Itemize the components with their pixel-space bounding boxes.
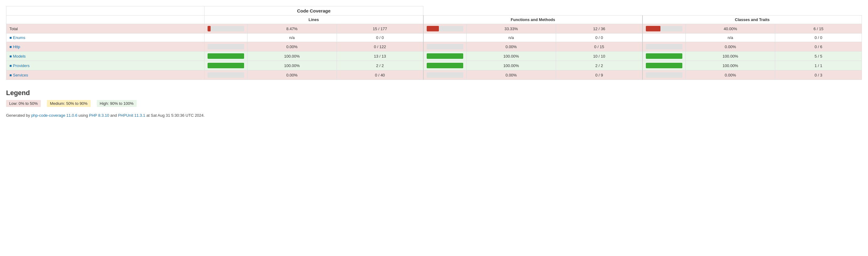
- bar-cell: [204, 52, 247, 61]
- progress-bar-container: [646, 53, 682, 59]
- progress-bar: [208, 26, 211, 31]
- count-cell: 0 / 0: [337, 33, 423, 42]
- phpunit-link[interactable]: PHPUnit 11.3.1: [118, 113, 146, 118]
- pct-cell: 8.47%: [247, 24, 337, 33]
- pct-cell: n/a: [466, 33, 556, 42]
- bar-cell: [643, 33, 686, 42]
- classes-header: Classes and Traits: [643, 16, 862, 24]
- count-cell: 0 / 3: [775, 70, 862, 80]
- progress-bar: [208, 53, 244, 59]
- bar-cell: [643, 42, 686, 52]
- progress-bar: [427, 26, 439, 31]
- progress-bar-container: [208, 53, 244, 59]
- row-name-cell[interactable]: ■ Enums: [6, 33, 205, 42]
- table-row: ■ Enumsn/a0 / 0n/a0 / 0n/a0 / 0: [6, 33, 862, 42]
- count-cell: 0 / 15: [556, 42, 643, 52]
- row-link-services[interactable]: ■ Services: [9, 73, 28, 78]
- bar-cell: [643, 70, 686, 80]
- legend-item: Low: 0% to 50%: [6, 100, 41, 107]
- pct-cell: 100.00%: [466, 52, 556, 61]
- progress-bar-container: [427, 26, 463, 31]
- legend-item: Medium: 50% to 90%: [47, 100, 91, 107]
- count-cell: 0 / 9: [556, 70, 643, 80]
- progress-bar-container: [646, 63, 682, 68]
- pct-cell: 0.00%: [466, 70, 556, 80]
- progress-bar-container: [646, 44, 682, 49]
- progress-bar-container: [427, 63, 463, 68]
- progress-bar-container: [646, 72, 682, 78]
- pct-cell: 100.00%: [247, 61, 337, 70]
- progress-bar: [208, 63, 244, 68]
- legend-section: Legend Low: 0% to 50%Medium: 50% to 90%H…: [6, 89, 862, 107]
- count-cell: 6 / 15: [775, 24, 862, 33]
- count-cell: 1 / 1: [775, 61, 862, 70]
- progress-bar: [427, 53, 463, 59]
- count-cell: 5 / 5: [775, 52, 862, 61]
- row-name-cell[interactable]: ■ Http: [6, 42, 205, 52]
- count-cell: 12 / 36: [556, 24, 643, 33]
- bar-cell: [643, 61, 686, 70]
- table-row: ■ Http0.00%0 / 1220.00%0 / 150.00%0 / 6: [6, 42, 862, 52]
- bar-cell: [643, 24, 686, 33]
- main-header: Code Coverage: [204, 6, 423, 16]
- progress-bar: [427, 63, 463, 68]
- row-link-providers[interactable]: ■ Providers: [9, 63, 30, 68]
- progress-bar-container: [646, 26, 682, 31]
- legend-items: Low: 0% to 50%Medium: 50% to 90%High: 90…: [6, 100, 862, 107]
- row-link-enums[interactable]: ■ Enums: [9, 35, 25, 40]
- progress-bar-container: [208, 63, 244, 68]
- pct-cell: 100.00%: [686, 61, 775, 70]
- bar-cell: [204, 33, 247, 42]
- pct-cell: 0.00%: [686, 42, 775, 52]
- progress-bar-container: [427, 72, 463, 78]
- bar-cell: [423, 61, 467, 70]
- pct-cell: 100.00%: [466, 61, 556, 70]
- footer: Generated by php-code-coverage 11.0.6 us…: [6, 113, 862, 118]
- pct-cell: 100.00%: [686, 52, 775, 61]
- row-name-cell[interactable]: ■ Models: [6, 52, 205, 61]
- coverage-table: Code Coverage Lines Functions and Method…: [6, 6, 862, 80]
- pct-cell: 40.00%: [686, 24, 775, 33]
- bar-cell: [204, 61, 247, 70]
- count-cell: 0 / 40: [337, 70, 423, 80]
- progress-bar: [646, 26, 660, 31]
- row-name-cell[interactable]: ■ Providers: [6, 61, 205, 70]
- pct-cell: 33.33%: [466, 24, 556, 33]
- legend-item: High: 90% to 100%: [97, 100, 137, 107]
- bar-cell: [423, 70, 467, 80]
- progress-bar-container: [427, 53, 463, 59]
- pct-cell: n/a: [686, 33, 775, 42]
- lines-header: Lines: [204, 16, 423, 24]
- bar-cell: [423, 24, 467, 33]
- table-row: ■ Models100.00%13 / 13100.00%10 / 10100.…: [6, 52, 862, 61]
- legend-title: Legend: [6, 89, 862, 97]
- count-cell: 0 / 0: [556, 33, 643, 42]
- bar-cell: [643, 52, 686, 61]
- count-cell: 0 / 122: [337, 42, 423, 52]
- bar-cell: [204, 70, 247, 80]
- row-name-cell: Total: [6, 24, 205, 33]
- bar-cell: [423, 33, 467, 42]
- count-cell: 15 / 177: [337, 24, 423, 33]
- bar-cell: [204, 24, 247, 33]
- count-cell: 2 / 2: [556, 61, 643, 70]
- count-cell: 0 / 0: [775, 33, 862, 42]
- progress-bar-container: [208, 72, 244, 78]
- pct-cell: 0.00%: [247, 70, 337, 80]
- pct-cell: n/a: [247, 33, 337, 42]
- row-link-http[interactable]: ■ Http: [9, 45, 20, 49]
- bar-cell: [423, 52, 467, 61]
- row-name-cell[interactable]: ■ Services: [6, 70, 205, 80]
- progress-bar: [646, 63, 682, 68]
- bar-cell: [204, 42, 247, 52]
- table-row: Total8.47%15 / 17733.33%12 / 3640.00%6 /…: [6, 24, 862, 33]
- tool-link[interactable]: php-code-coverage 11.0.6: [31, 113, 77, 118]
- php-link[interactable]: PHP 8.3.10: [89, 113, 109, 118]
- bar-cell: [423, 42, 467, 52]
- row-link-models[interactable]: ■ Models: [9, 54, 26, 58]
- pct-cell: 0.00%: [686, 70, 775, 80]
- progress-bar-container: [427, 44, 463, 49]
- progress-bar-container: [208, 44, 244, 49]
- table-row: ■ Services0.00%0 / 400.00%0 / 90.00%0 / …: [6, 70, 862, 80]
- functions-header: Functions and Methods: [423, 16, 643, 24]
